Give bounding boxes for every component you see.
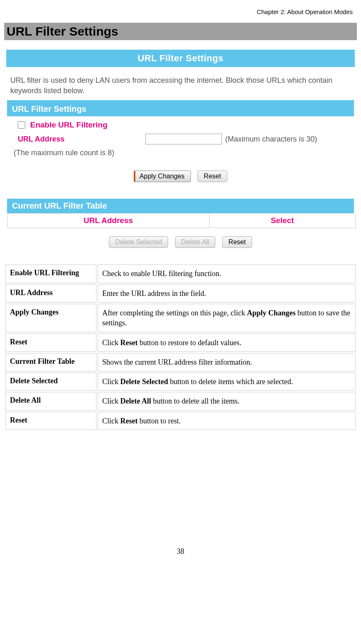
page-title: URL Filter Settings — [4, 23, 357, 40]
definition-term: Reset — [5, 412, 96, 430]
settings-section-header: URL Filter Settings — [7, 102, 354, 116]
definition-description: Click Delete Selected button to delete i… — [98, 372, 356, 391]
max-rule-note: (The maximum rule count is 8) — [14, 149, 347, 157]
table-row: URL AddressEnter the URL address in the … — [5, 284, 356, 303]
column-select: Select — [209, 214, 355, 228]
enable-url-filtering-checkbox[interactable] — [18, 121, 25, 129]
definition-term: Current Filter Table — [5, 353, 96, 371]
table-row: Enable URL FilteringCheck to enable URL … — [5, 264, 356, 283]
filter-table: URL Address Select — [7, 213, 356, 228]
delete-selected-button: Delete Selected — [109, 236, 168, 248]
table-row: ResetClick Reset button to rest. — [5, 412, 356, 430]
table-row: Current Filter TableShows the current UR… — [5, 353, 356, 371]
reset-button[interactable]: Reset — [197, 171, 227, 182]
definition-description: Click Delete All button to delete all th… — [98, 392, 356, 410]
delete-all-button: Delete All — [175, 236, 216, 248]
screenshot-panel: URL Filter Settings URL filter is used t… — [6, 49, 355, 252]
definition-term: Delete Selected — [5, 372, 96, 391]
definition-term: Reset — [5, 334, 96, 352]
chapter-header: Chapter 2: About Operation Modes — [4, 8, 357, 15]
definition-description: Enter the URL address in the field. — [98, 284, 356, 303]
screenshot-main-header: URL Filter Settings — [6, 50, 355, 67]
url-address-hint: (Maximum characters is 30) — [225, 135, 317, 144]
enable-url-filtering-label: Enable URL Filtering — [30, 120, 108, 130]
table-reset-button[interactable]: Reset — [222, 236, 252, 248]
table-row: Delete SelectedClick Delete Selected but… — [5, 372, 356, 391]
filter-table-header: Current URL Filter Table — [7, 199, 354, 213]
url-address-label: URL Address — [18, 135, 142, 144]
definition-term: Apply Changes — [5, 304, 96, 332]
definitions-table: Enable URL FilteringCheck to enable URL … — [4, 263, 357, 431]
definition-description: After completing the settings on this pa… — [98, 304, 356, 332]
definition-description: Check to enable URL filtering function. — [98, 264, 356, 283]
table-row: ResetClick Reset button to restore to de… — [5, 334, 356, 352]
definition-term: Delete All — [5, 392, 96, 410]
definition-description: Shows the current URL address filter inf… — [98, 353, 356, 371]
table-row: Delete AllClick Delete All button to del… — [5, 392, 356, 410]
definition-description: Click Reset button to restore to default… — [98, 334, 356, 352]
url-address-input[interactable] — [145, 134, 222, 144]
screenshot-intro: URL filter is used to deny LAN users fro… — [6, 67, 355, 100]
definition-term: URL Address — [5, 284, 96, 303]
definition-term: Enable URL Filtering — [5, 264, 96, 283]
definition-description: Click Reset button to rest. — [98, 412, 356, 430]
table-row: Apply ChangesAfter completing the settin… — [5, 304, 356, 332]
column-url-address: URL Address — [7, 214, 209, 228]
apply-changes-button[interactable]: Apply Changes — [134, 171, 191, 182]
page-number: 38 — [4, 547, 357, 556]
